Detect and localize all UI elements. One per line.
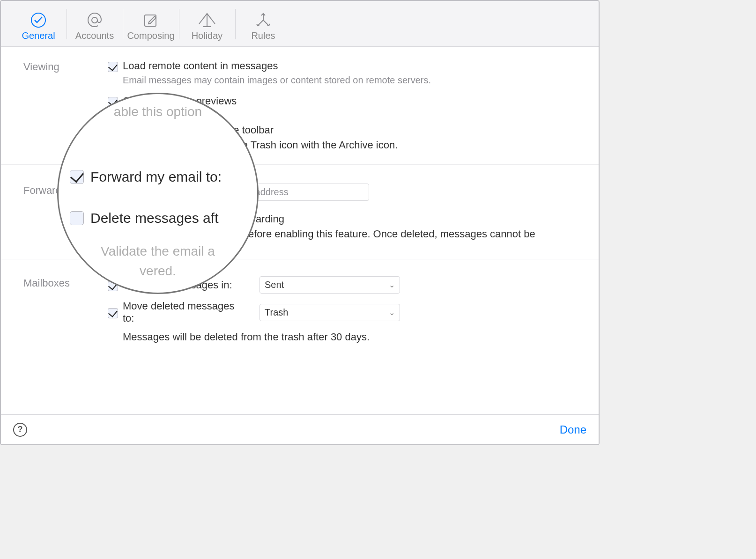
section-mailboxes: Mailboxes Save sent messages in: Sent ⌄ … xyxy=(1,259,599,366)
checkbox-save-sent[interactable] xyxy=(108,281,118,291)
checkbox-move-deleted[interactable] xyxy=(108,308,118,318)
label-toolbar-suffix: the toolbar xyxy=(225,124,576,136)
tab-holiday-label: Holiday xyxy=(179,30,235,41)
label-warding-suffix: warding xyxy=(248,213,576,225)
content-area: Viewing Load remote content in messages … xyxy=(1,47,599,414)
forward-email-input[interactable]: r email address xyxy=(219,184,369,201)
desc-toolbar-partial: e the Trash icon with the Archive icon. xyxy=(225,139,576,151)
select-save-sent-value: Sent xyxy=(265,280,284,290)
arrows-icon xyxy=(235,8,291,29)
select-move-deleted-value: Trash xyxy=(265,307,288,318)
help-button[interactable]: ? xyxy=(13,423,27,437)
select-move-deleted[interactable]: Trash ⌄ xyxy=(259,304,400,321)
tab-rules[interactable]: Rules xyxy=(235,6,291,46)
section-forwarding: Forwarding r email address warding efore… xyxy=(1,164,599,259)
toolbar: General Accounts Composing Holiday Rules xyxy=(1,1,599,47)
tab-general-label: General xyxy=(10,30,67,41)
section-viewing: Viewing Load remote content in messages … xyxy=(1,47,599,164)
label-move-deleted: Move deleted messages to: xyxy=(123,300,245,324)
tab-composing[interactable]: Composing xyxy=(123,6,179,46)
desc-trash-note: Messages will be deleted from the trash … xyxy=(108,331,576,343)
checkmark-circle-icon xyxy=(10,8,67,29)
section-viewing-title: Viewing xyxy=(23,60,108,151)
svg-point-1 xyxy=(92,17,97,23)
label-load-remote: Load remote content in messages xyxy=(123,60,278,72)
label-show-previews: Show message previews xyxy=(123,95,237,107)
desc-load-remote: Email messages may contain images or con… xyxy=(108,75,576,86)
chevron-down-icon: ⌄ xyxy=(389,308,395,317)
preferences-window: General Accounts Composing Holiday Rules xyxy=(0,0,600,445)
checkbox-load-remote[interactable] xyxy=(108,62,118,72)
section-forwarding-title: Forwarding xyxy=(23,184,108,240)
tab-general[interactable]: General xyxy=(10,6,67,46)
tab-holiday[interactable]: Holiday xyxy=(179,6,235,46)
compose-icon xyxy=(123,8,179,29)
tab-accounts-label: Accounts xyxy=(67,30,123,41)
select-save-sent[interactable]: Sent ⌄ xyxy=(259,276,400,294)
checkbox-show-previews[interactable] xyxy=(108,97,118,107)
tab-accounts[interactable]: Accounts xyxy=(67,6,123,46)
section-mailboxes-title: Mailboxes xyxy=(23,276,108,353)
at-sign-icon xyxy=(67,8,123,29)
tab-rules-label: Rules xyxy=(235,30,291,41)
footer: ? Done xyxy=(1,414,599,444)
tab-composing-label: Composing xyxy=(123,30,179,41)
desc-delete-partial: efore enabling this feature. Once delete… xyxy=(248,228,576,240)
done-button[interactable]: Done xyxy=(560,423,586,436)
label-save-sent: Save sent messages in: xyxy=(123,279,245,291)
chevron-down-icon: ⌄ xyxy=(389,280,395,289)
airplane-icon xyxy=(179,8,235,29)
